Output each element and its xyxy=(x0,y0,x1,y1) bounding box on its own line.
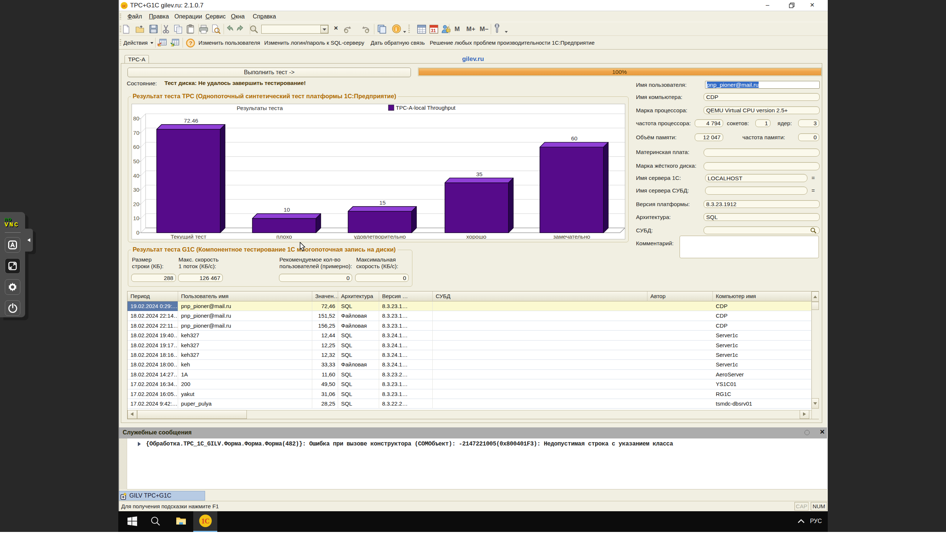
svg-text:замечательно: замечательно xyxy=(553,234,590,239)
svg-text:i: i xyxy=(395,26,397,32)
svg-text:30: 30 xyxy=(133,186,139,193)
svg-text:Текущий тест: Текущий тест xyxy=(171,234,206,239)
svg-text:TPC-A-local Throughput: TPC-A-local Throughput xyxy=(396,105,456,111)
svg-text:60: 60 xyxy=(133,144,139,150)
svg-text:35: 35 xyxy=(476,171,482,177)
svg-text:1С: 1С xyxy=(202,517,210,525)
svg-text:0: 0 xyxy=(136,229,139,236)
svg-text:40: 40 xyxy=(133,172,139,179)
svg-text:плохо: плохо xyxy=(276,234,292,239)
svg-text:хорошо: хорошо xyxy=(466,234,487,239)
svg-text:70: 70 xyxy=(133,130,139,136)
svg-text:?: ? xyxy=(189,40,193,46)
svg-text:80: 80 xyxy=(133,115,139,122)
svg-text:удовлетворительно: удовлетворительно xyxy=(354,234,406,239)
svg-text:10: 10 xyxy=(283,206,290,213)
svg-text:20: 20 xyxy=(133,201,139,207)
svg-text:1С: 1С xyxy=(122,4,127,8)
svg-text:Результаты теста: Результаты теста xyxy=(237,105,283,111)
svg-text:10: 10 xyxy=(133,215,139,221)
svg-text:50: 50 xyxy=(133,158,139,165)
svg-text:15: 15 xyxy=(379,200,385,206)
svg-text:72.46: 72.46 xyxy=(184,117,199,124)
svg-text:60: 60 xyxy=(571,135,578,142)
svg-text:31: 31 xyxy=(431,28,436,33)
